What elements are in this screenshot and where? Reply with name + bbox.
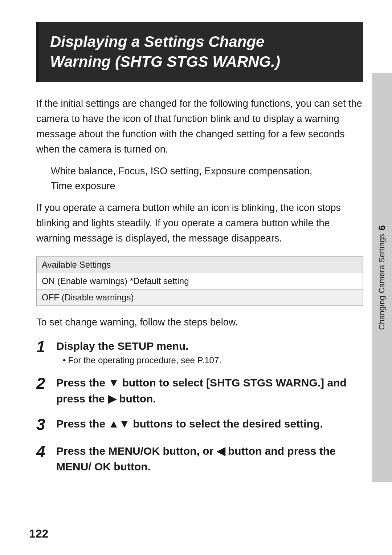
step-2: 2 Press the ▼ button to select [SHTG STG…: [36, 375, 363, 406]
steps-intro: To set change warning, follow the steps …: [36, 317, 363, 328]
step-2-main-text: Press the ▼ button to select [SHTG STGS …: [56, 375, 363, 406]
step-3-content: Press the ▲▼ buttons to select the desir…: [56, 416, 363, 432]
step-2-number: 2: [36, 375, 56, 392]
table-header-row: Available Settings: [37, 256, 363, 273]
functions-list-line1: White balance, Focus, ISO setting, Expos…: [36, 164, 363, 179]
step-4-number: 4: [36, 443, 56, 461]
step-2-content: Press the ▼ button to select [SHTG STGS …: [56, 375, 363, 406]
step-1-number: 1: [36, 338, 56, 356]
step-1-sub-text: •For the operating procedure, see P.107.: [56, 355, 363, 365]
step-1-main-text: Display the SETUP menu.: [56, 338, 363, 354]
chapter-title: Changing Camera Settings: [377, 234, 387, 330]
step-4: 4 Press the MENU/OK button, or ◀ button …: [36, 443, 363, 475]
table-row: OFF (Disable warnings): [37, 289, 363, 305]
page-number: 122: [29, 527, 48, 540]
table-cell-off: OFF (Disable warnings): [37, 289, 363, 305]
step-4-main-text: Press the MENU/OK button, or ◀ button an…: [56, 443, 363, 475]
settings-table: Available Settings ON (Enable warnings) …: [36, 256, 363, 306]
step-3-number: 3: [36, 416, 56, 433]
functions-list-line2: Time exposure: [36, 179, 363, 194]
page-title: Displaying a Settings Change Warning (SH…: [50, 32, 352, 72]
chapter-number: 6: [376, 225, 388, 230]
table-header-cell: Available Settings: [37, 256, 363, 273]
blink-paragraph: If you operate a camera button while an …: [36, 200, 363, 246]
step-1-content: Display the SETUP menu. •For the operati…: [56, 338, 363, 366]
table-row: ON (Enable warnings) *Default setting: [37, 273, 363, 289]
bullet-icon: •: [63, 355, 66, 365]
title-box: Displaying a Settings Change Warning (SH…: [36, 22, 363, 82]
table-cell-on: ON (Enable warnings) *Default setting: [37, 273, 363, 289]
step-4-content: Press the MENU/OK button, or ◀ button an…: [56, 443, 363, 475]
step-3-main-text: Press the ▲▼ buttons to select the desir…: [56, 416, 363, 432]
intro-paragraph: If the initial settings are changed for …: [36, 96, 363, 157]
page-container: Displaying a Settings Change Warning (SH…: [0, 0, 392, 555]
step-1: 1 Display the SETUP menu. •For the opera…: [36, 338, 363, 366]
side-tab: 6 Changing Camera Settings: [372, 73, 392, 482]
step-3: 3 Press the ▲▼ buttons to select the des…: [36, 416, 363, 433]
